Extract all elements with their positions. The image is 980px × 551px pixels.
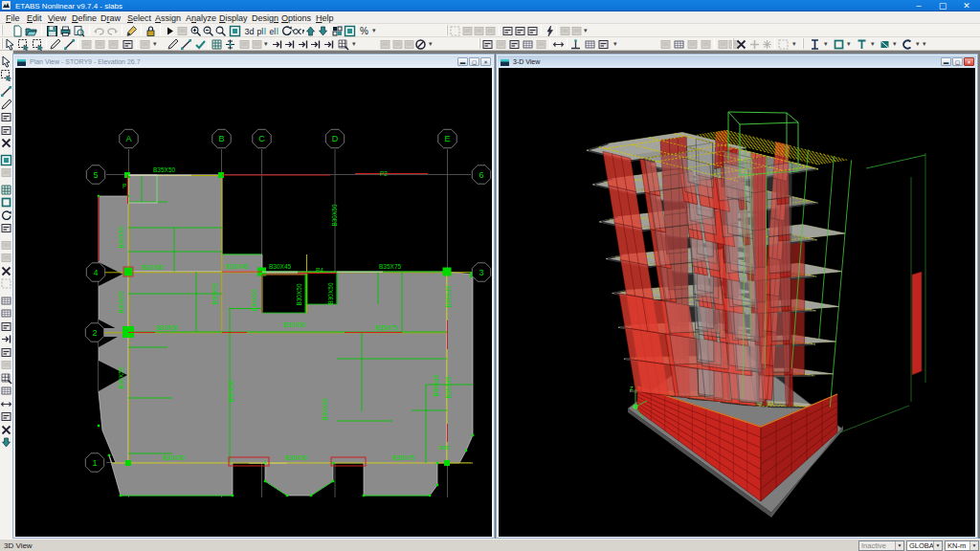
- svg-text:B35X75: B35X75: [379, 263, 402, 270]
- svg-text:B30X50: B30X50: [331, 204, 338, 227]
- svg-text:B35: B35: [439, 445, 450, 451]
- svg-text:B35X75: B35X75: [392, 454, 415, 461]
- svg-text:P2: P2: [380, 170, 388, 177]
- svg-text:B30X50: B30X50: [118, 291, 124, 314]
- svg-text:B30X50: B30X50: [285, 454, 308, 461]
- svg-text:B35X75: B35X75: [375, 324, 398, 331]
- svg-text:B30X50: B30X50: [142, 264, 165, 271]
- svg-text:P: P: [122, 183, 126, 189]
- svg-text:2: 2: [92, 328, 97, 338]
- svg-text:P4: P4: [316, 267, 323, 274]
- svg-text:B30X50: B30X50: [296, 283, 302, 306]
- svg-text:B30X45: B30X45: [269, 263, 292, 270]
- svg-text:B30X45: B30X45: [226, 263, 249, 270]
- svg-text:B30X50: B30X50: [327, 282, 334, 305]
- svg-text:B30X50: B30X50: [212, 282, 218, 305]
- svg-text:E: E: [444, 134, 450, 143]
- svg-text:3: 3: [479, 268, 483, 277]
- svg-text:B30X50: B30X50: [228, 380, 234, 403]
- svg-text:A: A: [125, 134, 131, 143]
- svg-text:1: 1: [92, 458, 97, 468]
- svg-text:B: B: [218, 134, 224, 143]
- svg-text:B35X45: B35X45: [445, 285, 452, 308]
- svg-text:B30X50: B30X50: [156, 324, 179, 331]
- svg-text:B35X45: B35X45: [445, 376, 452, 399]
- svg-text:Z: Z: [630, 386, 634, 391]
- svg-text:6: 6: [479, 170, 483, 180]
- svg-text:B30X50: B30X50: [163, 454, 186, 461]
- svg-text:B30X50: B30X50: [322, 398, 328, 421]
- svg-text:B30X50: B30X50: [118, 226, 124, 249]
- svg-text:D: D: [332, 134, 339, 143]
- svg-text:B35X45: B35X45: [433, 374, 439, 397]
- svg-text:4: 4: [93, 268, 98, 277]
- svg-text:B30X50: B30X50: [118, 366, 124, 389]
- svg-text:B35X50: B35X50: [153, 166, 176, 173]
- svg-text:B30X50: B30X50: [283, 321, 306, 328]
- svg-text:5: 5: [93, 170, 98, 180]
- svg-text:B30X50: B30X50: [251, 289, 257, 312]
- svg-text:C: C: [258, 134, 265, 143]
